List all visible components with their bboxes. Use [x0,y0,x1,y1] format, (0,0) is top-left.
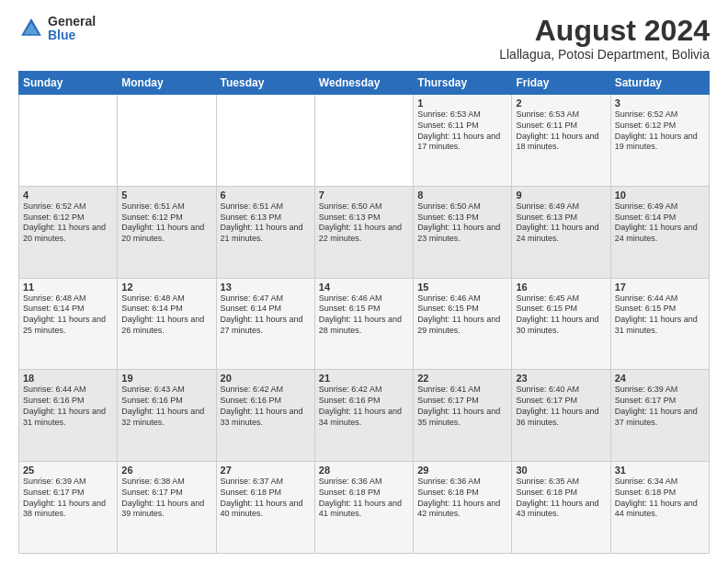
day-content: Sunrise: 6:39 AM Sunset: 6:17 PM Dayligh… [615,385,705,428]
day-number: 20 [221,373,311,384]
day-number: 7 [319,190,409,201]
calendar-day-header: Thursday [414,72,512,95]
calendar-cell [19,95,118,187]
calendar-cell: 7Sunrise: 6:50 AM Sunset: 6:13 PM Daylig… [314,186,413,278]
day-number: 21 [319,373,409,384]
calendar-cell: 16Sunrise: 6:45 AM Sunset: 6:15 PM Dayli… [512,278,610,370]
day-number: 19 [121,373,211,384]
subtitle: Llallagua, Potosi Department, Bolivia [499,47,710,62]
day-content: Sunrise: 6:45 AM Sunset: 6:15 PM Dayligh… [516,293,606,337]
calendar-cell [216,95,314,187]
day-content: Sunrise: 6:39 AM Sunset: 6:17 PM Dayligh… [23,477,113,520]
day-content: Sunrise: 6:48 AM Sunset: 6:14 PM Dayligh… [121,293,211,337]
calendar-cell: 9Sunrise: 6:49 AM Sunset: 6:13 PM Daylig… [512,186,610,278]
day-number: 5 [121,190,211,201]
day-content: Sunrise: 6:35 AM Sunset: 6:18 PM Dayligh… [516,477,606,520]
calendar-cell: 12Sunrise: 6:48 AM Sunset: 6:14 PM Dayli… [118,278,216,370]
calendar-cell [118,95,216,187]
day-number: 28 [319,465,409,476]
calendar-cell: 30Sunrise: 6:35 AM Sunset: 6:18 PM Dayli… [512,462,610,554]
day-number: 3 [615,98,705,109]
title-block: August 2024 Llallagua, Potosi Department… [499,15,710,62]
calendar-day-header: Sunday [19,72,118,95]
day-number: 11 [23,282,113,293]
logo-blue: Blue [48,29,96,42]
day-content: Sunrise: 6:41 AM Sunset: 6:17 PM Dayligh… [417,385,507,428]
day-number: 24 [615,373,705,384]
calendar-cell: 22Sunrise: 6:41 AM Sunset: 6:17 PM Dayli… [414,370,512,462]
day-content: Sunrise: 6:44 AM Sunset: 6:15 PM Dayligh… [615,293,705,337]
calendar-day-header: Tuesday [216,72,314,95]
day-number: 6 [221,190,311,201]
calendar-cell: 11Sunrise: 6:48 AM Sunset: 6:14 PM Dayli… [19,278,118,370]
day-number: 29 [417,465,507,476]
calendar-cell: 14Sunrise: 6:46 AM Sunset: 6:15 PM Dayli… [314,278,413,370]
logo-icon [18,16,44,41]
calendar-cell: 10Sunrise: 6:49 AM Sunset: 6:14 PM Dayli… [610,186,709,278]
day-content: Sunrise: 6:52 AM Sunset: 6:12 PM Dayligh… [23,201,113,245]
calendar-week-row: 11Sunrise: 6:48 AM Sunset: 6:14 PM Dayli… [19,278,710,370]
day-number: 4 [23,190,113,201]
day-content: Sunrise: 6:50 AM Sunset: 6:13 PM Dayligh… [417,201,507,245]
calendar-day-header: Wednesday [314,72,413,95]
calendar-cell: 31Sunrise: 6:34 AM Sunset: 6:18 PM Dayli… [610,462,709,554]
calendar-cell: 29Sunrise: 6:36 AM Sunset: 6:18 PM Dayli… [414,462,512,554]
day-content: Sunrise: 6:42 AM Sunset: 6:16 PM Dayligh… [319,385,409,428]
calendar-header-row: SundayMondayTuesdayWednesdayThursdayFrid… [19,72,710,95]
day-content: Sunrise: 6:36 AM Sunset: 6:18 PM Dayligh… [417,477,507,520]
day-content: Sunrise: 6:42 AM Sunset: 6:16 PM Dayligh… [221,385,311,428]
header: General Blue August 2024 Llallagua, Poto… [18,15,710,62]
day-content: Sunrise: 6:46 AM Sunset: 6:15 PM Dayligh… [417,293,507,337]
calendar-cell: 24Sunrise: 6:39 AM Sunset: 6:17 PM Dayli… [610,370,709,462]
day-content: Sunrise: 6:51 AM Sunset: 6:12 PM Dayligh… [121,201,211,245]
day-number: 1 [417,98,507,109]
day-content: Sunrise: 6:47 AM Sunset: 6:14 PM Dayligh… [221,293,311,337]
calendar: SundayMondayTuesdayWednesdayThursdayFrid… [18,71,710,554]
day-number: 15 [417,282,507,293]
calendar-cell: 18Sunrise: 6:44 AM Sunset: 6:16 PM Dayli… [19,370,118,462]
calendar-cell: 15Sunrise: 6:46 AM Sunset: 6:15 PM Dayli… [414,278,512,370]
day-number: 17 [615,282,705,293]
day-content: Sunrise: 6:50 AM Sunset: 6:13 PM Dayligh… [319,201,409,245]
day-number: 12 [121,282,211,293]
day-content: Sunrise: 6:48 AM Sunset: 6:14 PM Dayligh… [23,293,113,337]
day-content: Sunrise: 6:49 AM Sunset: 6:14 PM Dayligh… [615,201,705,245]
calendar-cell: 8Sunrise: 6:50 AM Sunset: 6:13 PM Daylig… [414,186,512,278]
day-content: Sunrise: 6:44 AM Sunset: 6:16 PM Dayligh… [23,385,113,428]
day-content: Sunrise: 6:52 AM Sunset: 6:12 PM Dayligh… [615,109,705,153]
calendar-cell: 13Sunrise: 6:47 AM Sunset: 6:14 PM Dayli… [216,278,314,370]
day-number: 2 [516,98,606,109]
day-number: 25 [23,465,113,476]
calendar-cell: 28Sunrise: 6:36 AM Sunset: 6:18 PM Dayli… [314,462,413,554]
calendar-cell: 17Sunrise: 6:44 AM Sunset: 6:15 PM Dayli… [610,278,709,370]
page: General Blue August 2024 Llallagua, Poto… [0,0,728,563]
day-number: 23 [516,373,606,384]
calendar-week-row: 18Sunrise: 6:44 AM Sunset: 6:16 PM Dayli… [19,370,710,462]
day-content: Sunrise: 6:53 AM Sunset: 6:11 PM Dayligh… [417,109,507,153]
calendar-cell: 2Sunrise: 6:53 AM Sunset: 6:11 PM Daylig… [512,95,610,187]
day-number: 27 [221,465,311,476]
calendar-cell: 26Sunrise: 6:38 AM Sunset: 6:17 PM Dayli… [118,462,216,554]
calendar-day-header: Saturday [610,72,709,95]
day-content: Sunrise: 6:38 AM Sunset: 6:17 PM Dayligh… [121,477,211,520]
day-number: 10 [615,190,705,201]
day-content: Sunrise: 6:40 AM Sunset: 6:17 PM Dayligh… [516,385,606,428]
calendar-cell [314,95,413,187]
calendar-cell: 25Sunrise: 6:39 AM Sunset: 6:17 PM Dayli… [19,462,118,554]
logo-general: General [48,15,96,29]
calendar-cell: 1Sunrise: 6:53 AM Sunset: 6:11 PM Daylig… [414,95,512,187]
day-number: 13 [221,282,311,293]
day-number: 26 [121,465,211,476]
logo: General Blue [18,15,96,43]
day-number: 30 [516,465,606,476]
day-content: Sunrise: 6:53 AM Sunset: 6:11 PM Dayligh… [516,109,606,153]
calendar-week-row: 4Sunrise: 6:52 AM Sunset: 6:12 PM Daylig… [19,186,710,278]
logo-text: General Blue [48,15,96,43]
calendar-cell: 5Sunrise: 6:51 AM Sunset: 6:12 PM Daylig… [118,186,216,278]
main-title: August 2024 [499,15,710,47]
day-content: Sunrise: 6:37 AM Sunset: 6:18 PM Dayligh… [221,477,311,520]
day-content: Sunrise: 6:51 AM Sunset: 6:13 PM Dayligh… [221,201,311,245]
calendar-cell: 3Sunrise: 6:52 AM Sunset: 6:12 PM Daylig… [610,95,709,187]
day-number: 14 [319,282,409,293]
calendar-cell: 6Sunrise: 6:51 AM Sunset: 6:13 PM Daylig… [216,186,314,278]
